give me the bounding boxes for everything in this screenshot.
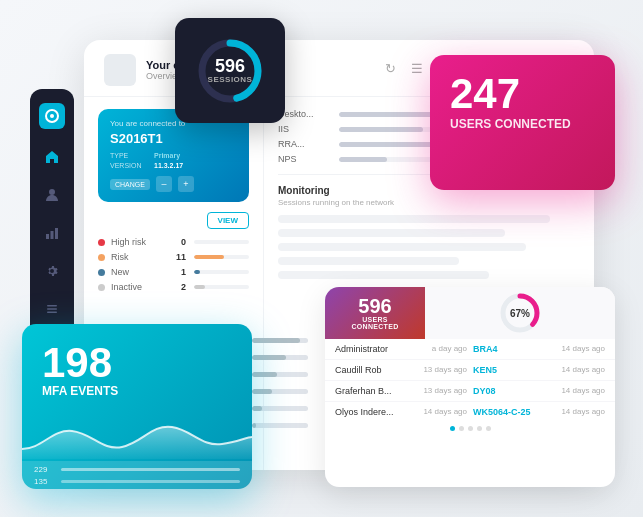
utc-header: 596 USERSCONNECTED 67% [325,287,615,339]
mfa-label: MFA EVENTS [42,384,232,398]
svg-rect-8 [47,311,57,313]
inactive-risk-dot [98,284,105,291]
type-row: TYPE Primary [110,152,237,159]
utc-pagination [325,422,615,435]
left-time-4: 14 days ago [412,407,467,417]
new-risk-bar [194,270,249,274]
left-name-4: Olyos Indere... [335,407,406,417]
right-name-4: WK5064-C-25 [473,407,544,417]
medium-risk-bar [194,255,249,259]
medium-risk-bar-fill [194,255,224,259]
version-label: VERSION [110,162,148,169]
mfa-stat-row-1: 229 [34,465,240,474]
rstat-bar-6 [252,423,308,428]
users-table-card: 596 USERSCONNECTED 67% Administrator a d… [325,287,615,487]
page-dot-1[interactable] [450,426,455,431]
plus-button[interactable]: + [178,176,194,192]
utc-sessions-block: 596 USERSCONNECTED [325,287,425,339]
metric-bar-fill-2 [339,127,423,132]
high-risk-count: 0 [172,237,186,247]
minus-button[interactable]: – [156,176,172,192]
server-meta: TYPE Primary VERSION 11.3.2.17 CHANGE – … [110,152,237,192]
sidebar-item-settings[interactable] [42,261,62,281]
risk-item-inactive: Inactive 2 [98,282,249,292]
type-value: Primary [154,152,180,159]
list-icon[interactable]: ☰ [411,61,429,79]
sessions-card: 596 SESSIONS [175,18,285,123]
placeholder-line-4 [278,257,459,265]
panel-icon [104,54,136,86]
sidebar-item-graph[interactable] [42,223,62,243]
version-value: 11.3.2.17 [154,162,183,169]
rstat-bar-4 [252,389,308,394]
table-row-2: Caudill Rob 13 days ago KEN5 14 days ago [325,360,615,381]
left-time-3: 13 days ago [412,386,467,396]
rstat-bar-5 [252,406,308,411]
inactive-risk-bar [194,285,249,289]
placeholder-line-5 [278,271,489,279]
svg-rect-4 [51,231,54,239]
mfa-footer: 229 135 [22,461,252,489]
page-dot-5[interactable] [486,426,491,431]
mfa-wave-svg [22,409,252,459]
high-risk-bar [194,240,249,244]
table-row-4: Olyos Indere... 14 days ago WK5064-C-25 … [325,402,615,422]
page-dot-2[interactable] [459,426,464,431]
dashboard: Your environment Overview of your networ… [0,0,643,517]
monitoring-subtitle: Sessions running on the network [278,198,580,207]
utc-sessions-num: 596 [358,296,391,316]
mfa-chart [22,409,252,459]
version-row: VERSION 11.3.2.17 [110,162,237,169]
medium-risk-label: Risk [111,252,166,262]
mfa-stat-num-2: 135 [34,477,56,486]
right-name-2: KEN5 [473,365,544,375]
view-button[interactable]: VIEW [207,212,249,229]
rstat-bar-3 [252,372,308,377]
change-button[interactable]: CHANGE [110,179,150,190]
sidebar-item-users[interactable] [42,185,62,205]
mfa-events-card: 198 MFA EVENTS 229 [22,324,252,489]
sidebar-item-home[interactable] [42,147,62,167]
inactive-risk-bar-fill [194,285,205,289]
placeholder-line-1 [278,215,550,223]
high-risk-label: High risk [111,237,166,247]
mfa-stat-row-2: 135 [34,477,240,486]
donut-text: 596 SESSIONS [208,57,253,84]
mfa-stat-num-1: 229 [34,465,56,474]
mfa-stats-list: 229 135 [34,465,240,486]
sessions-donut: 596 SESSIONS [195,36,265,106]
rstat-fill-1 [252,338,300,343]
right-name-3: DY08 [473,386,544,396]
rstat-fill-4 [252,389,272,394]
svg-rect-5 [55,228,58,239]
change-row: CHANGE – + [110,176,237,192]
left-time-1: a day ago [412,344,467,354]
right-time-3: 14 days ago [550,386,605,396]
right-name-1: BRA4 [473,344,544,354]
utc-donut-block: 67% [425,287,615,339]
svg-text:67%: 67% [510,308,530,319]
placeholder-line-2 [278,229,505,237]
new-risk-bar-fill [194,270,200,274]
left-name-1: Administrator [335,344,406,354]
right-time-4: 14 days ago [550,407,605,417]
mfa-stat-bar-2 [61,480,240,483]
inactive-risk-label: Inactive [111,282,166,292]
sidebar-item-menu[interactable] [42,299,62,319]
server-name: S2016T1 [110,131,237,146]
page-dot-4[interactable] [477,426,482,431]
rstat-fill-3 [252,372,277,377]
utc-table: Administrator a day ago BRA4 14 days ago… [325,339,615,422]
sessions-label: SESSIONS [208,75,253,84]
new-risk-dot [98,269,105,276]
page-dot-3[interactable] [468,426,473,431]
right-time-2: 14 days ago [550,365,605,375]
metric-label-4: NPS [278,154,333,164]
rstat-bar-2 [252,355,308,360]
left-name-2: Caudill Rob [335,365,406,375]
metric-label-3: RRA... [278,139,333,149]
sidebar-logo[interactable] [39,103,65,129]
sessions-number: 596 [208,57,253,75]
refresh-icon[interactable]: ↻ [385,61,403,79]
rstat-bar-1 [252,338,308,343]
